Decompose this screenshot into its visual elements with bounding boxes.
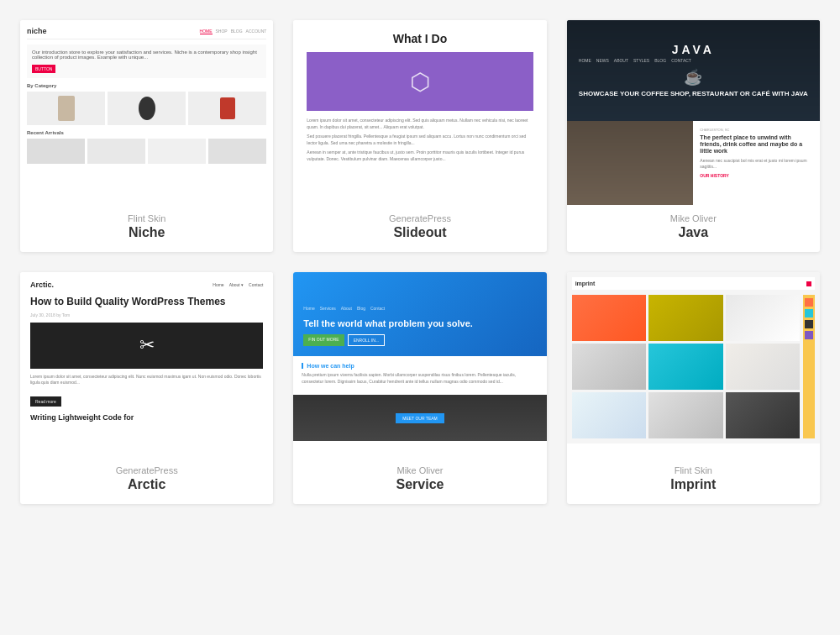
service-cta-buttons: FIN OUT MORE ENROLL IN... — [303, 334, 536, 346]
theme-name-label: Service — [303, 477, 536, 492]
product-item — [108, 92, 186, 125]
card-java[interactable]: JAVA HOMENEWSABOUTSTYLESBLOGCONTACT ☕ SH… — [567, 20, 820, 252]
service-team-image: MEET OUR TEAM — [293, 395, 546, 441]
provider-label: Mike Oliver — [303, 465, 536, 475]
sidebar-item-4 — [805, 331, 813, 339]
imprint-cell-4 — [572, 344, 646, 390]
imprint-grid — [572, 295, 800, 438]
arctic-text: Lorem ipsum dolor sit amet, consecteteur… — [30, 374, 263, 386]
java-hero: JAVA HOMENEWSABOUTSTYLESBLOGCONTACT ☕ SH… — [567, 20, 820, 121]
theme-name-label: Imprint — [577, 477, 810, 492]
card-slideout[interactable]: What I Do ⬡ Lorem ipsum dolor sit amet, … — [293, 20, 546, 252]
imprint-cell-1 — [572, 295, 646, 341]
card-imprint[interactable]: imprint — [567, 272, 820, 504]
java-location: CHARLESTON, SC — [700, 128, 813, 133]
imprint-cell-3 — [726, 295, 800, 341]
theme-name-label: Slideout — [303, 225, 536, 240]
niche-hero: Our introduction store to explore your s… — [27, 45, 266, 78]
preview-java: JAVA HOMENEWSABOUTSTYLESBLOGCONTACT ☕ SH… — [567, 20, 820, 205]
service-primary-btn: FIN OUT MORE — [303, 334, 344, 346]
niche-arrivals — [27, 139, 266, 164]
card-info-service: Mike Oliver Service — [293, 457, 546, 504]
java-link: OUR HISTORY — [700, 173, 813, 179]
niche-category-label: By Category — [27, 83, 266, 88]
cube-icon: ⬡ — [410, 68, 430, 96]
arctic-date: July 30, 2018 by Tom — [30, 312, 263, 318]
slideout-hero-image: ⬡ — [307, 52, 533, 111]
imprint-cell-6 — [726, 344, 800, 390]
imprint-header: imprint — [572, 277, 815, 290]
java-bottom-title: The perfect place to unwind with friends… — [700, 134, 813, 155]
service-section-text: Nulla pretium ipsum viverra facilisis sa… — [302, 372, 538, 385]
card-info-arctic: GeneratePress Arctic — [20, 457, 273, 504]
niche-btn: BUTTON — [32, 65, 55, 73]
java-bottom-text: Aenean nec suscipist bol mis erat et jus… — [700, 158, 813, 170]
card-info-niche: Flint Skin Niche — [20, 205, 273, 252]
preview-slideout: What I Do ⬡ Lorem ipsum dolor sit amet, … — [293, 20, 546, 205]
imprint-logo: imprint — [575, 281, 596, 286]
niche-logo: niche — [27, 27, 47, 35]
slideout-text: Lorem ipsum dolor sit amet, consecteteur… — [307, 118, 533, 162]
theme-name-label: Java — [577, 225, 810, 240]
card-info-slideout: GeneratePress Slideout — [293, 205, 546, 252]
card-info-imprint: Flint Skin Imprint — [567, 457, 820, 504]
niche-products — [27, 92, 266, 125]
imprint-cell-8 — [648, 392, 722, 438]
service-tagline: Tell the world what problem you solve. — [303, 318, 536, 329]
provider-label: GeneratePress — [30, 465, 263, 475]
arctic-post-title: How to Build Quality WordPress Themes — [30, 296, 263, 309]
preview-service: HomeServicesAboutBlogContact Tell the wo… — [293, 272, 546, 457]
java-nav: HOMENEWSABOUTSTYLESBLOGCONTACT — [579, 58, 808, 63]
service-secondary-btn: ENROLL IN... — [348, 334, 385, 346]
service-help-section: How we can help Nulla pretium ipsum vive… — [293, 356, 546, 395]
product-item — [188, 92, 266, 125]
card-niche[interactable]: niche HOME SHOP BLOG ACCOUNT Our introdu… — [20, 20, 273, 252]
imprint-gallery — [572, 295, 815, 438]
provider-label: Flint Skin — [577, 465, 810, 475]
arctic-hero-image: ✂ — [30, 323, 263, 369]
sidebar-item-2 — [805, 309, 813, 318]
card-arctic[interactable]: Arctic. HomeAbout ▾Contact How to Build … — [20, 272, 273, 504]
java-logo: JAVA — [579, 43, 808, 56]
niche-arrivals-label: Recent Arrivals — [27, 130, 266, 135]
preview-arctic: Arctic. HomeAbout ▾Contact How to Build … — [20, 272, 273, 457]
theme-name-label: Arctic — [30, 477, 263, 492]
theme-grid: niche HOME SHOP BLOG ACCOUNT Our introdu… — [0, 0, 840, 524]
card-service[interactable]: HomeServicesAboutBlogContact Tell the wo… — [293, 272, 546, 504]
imprint-accent-dot — [806, 281, 811, 286]
imprint-sidebar — [803, 295, 815, 438]
provider-label: Mike Oliver — [577, 213, 810, 223]
card-info-java: Mike Oliver Java — [567, 205, 820, 252]
imprint-cell-5 — [648, 344, 722, 390]
preview-niche: niche HOME SHOP BLOG ACCOUNT Our introdu… — [20, 20, 273, 205]
niche-nav: HOME SHOP BLOG ACCOUNT — [200, 29, 267, 34]
service-hero: HomeServicesAboutBlogContact Tell the wo… — [293, 272, 546, 356]
theme-name-label: Niche — [30, 225, 263, 240]
arctic-nav: HomeAbout ▾Contact — [213, 282, 263, 287]
sidebar-item-3 — [805, 320, 813, 328]
arctic-read-more-btn: Read more — [30, 396, 61, 407]
imprint-cell-7 — [572, 392, 646, 438]
slideout-title: What I Do — [307, 32, 533, 45]
provider-label: Flint Skin — [30, 213, 263, 223]
sidebar-item-1 — [805, 298, 813, 307]
preview-imprint: imprint — [567, 272, 820, 457]
provider-label: GeneratePress — [303, 213, 536, 223]
java-tagline: SHOWCASE YOUR COFFEE SHOP, RESTAURANT OR… — [579, 90, 808, 98]
product-item — [27, 92, 105, 125]
scissors-icon: ✂ — [139, 334, 155, 356]
service-nav: HomeServicesAboutBlogContact — [303, 306, 536, 311]
java-bottom: CHARLESTON, SC The perfect place to unwi… — [567, 121, 820, 205]
service-meet-btn: MEET OUR TEAM — [396, 413, 444, 423]
imprint-cell-9 — [726, 392, 800, 438]
service-section-title: How we can help — [302, 363, 538, 369]
arctic-header: Arctic. HomeAbout ▾Contact — [30, 281, 263, 289]
arctic-post2-title: Writing Lightweight Code for — [30, 413, 263, 422]
arctic-logo: Arctic. — [30, 281, 54, 289]
imprint-cell-2 — [648, 295, 722, 341]
